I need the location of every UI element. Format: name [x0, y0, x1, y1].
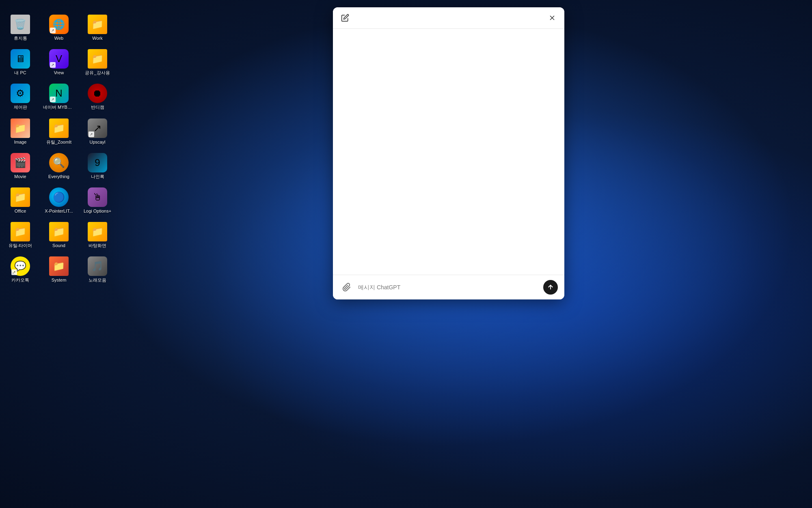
- desktop-icon-barang[interactable]: 📁바탕화면: [81, 220, 114, 251]
- desktop-icon-sound[interactable]: 📁Sound: [43, 220, 75, 251]
- icon-label-vrew: Vrew: [54, 70, 64, 75]
- attach-button[interactable]: [339, 280, 354, 295]
- icon-label-system: System: [52, 278, 67, 283]
- desktop-icon-web[interactable]: 🌐↗Web: [43, 12, 75, 43]
- desktop-icon-timer[interactable]: 📁유틸-타이머: [4, 220, 37, 251]
- icon-label-movie: Movie: [14, 174, 26, 179]
- desktop-icon-control[interactable]: ⚙제어판: [4, 81, 37, 112]
- icon-label-upscayl: Upscayl: [89, 140, 105, 145]
- desktop-icon-system[interactable]: 📁System: [43, 254, 75, 285]
- desktop-icon-kakao[interactable]: 💬↗카카오톡: [4, 254, 37, 285]
- window-title-left: [339, 11, 352, 24]
- desktop-icon-zoomit[interactable]: 📁유틸_ZoomIt: [43, 116, 75, 147]
- icon-label-barang: 바탕화면: [89, 243, 106, 248]
- icon-label-web: Web: [54, 36, 63, 41]
- icon-label-mypc: 내 PC: [14, 70, 26, 75]
- icon-label-nainrok: 나인록: [91, 174, 104, 179]
- icon-label-naver: 네이버 MYBOX ...: [43, 105, 75, 110]
- desktop-icon-recycle[interactable]: 🗑️휴지통: [4, 12, 37, 43]
- desktop-icon-share[interactable]: 📁공유_강사용: [81, 47, 114, 78]
- icon-label-recycle: 휴지통: [14, 36, 27, 41]
- icon-label-image: Image: [14, 140, 27, 145]
- desktop-icon-everything[interactable]: 🔍Everything: [43, 151, 75, 182]
- icon-label-office: Office: [15, 209, 26, 214]
- desktop-icon-logi[interactable]: 🖱Logi Options+: [81, 185, 114, 216]
- icon-label-sound: Sound: [52, 243, 65, 248]
- shortcut-arrow-kakao: ↗: [11, 269, 17, 275]
- desktop-icon-xpointer[interactable]: 🔵X-PointerLIT...: [43, 185, 75, 216]
- desktop-icon-upscayl[interactable]: ↗↗Upscayl: [81, 116, 114, 147]
- desktop-icons-container: 🗑️휴지통🌐↗Web📁Work🖥내 PCV↗Vrew📁공유_강사용⚙제어판N↗네…: [0, 8, 118, 290]
- icon-label-xpointer: X-PointerLIT...: [45, 209, 73, 214]
- desktop-icon-mypc[interactable]: 🖥내 PC: [4, 47, 37, 78]
- icon-label-zoomit: 유틸_ZoomIt: [46, 140, 71, 145]
- desktop-icon-naver[interactable]: N↗네이버 MYBOX ...: [43, 81, 75, 112]
- desktop-icon-bandicam[interactable]: ⏺반디캠: [81, 81, 114, 112]
- shortcut-arrow-vrew: ↗: [50, 62, 56, 68]
- chat-input-area: [333, 275, 564, 299]
- window-close-button[interactable]: [546, 11, 559, 24]
- icon-label-work: Work: [92, 36, 102, 41]
- chat-input-field[interactable]: [358, 284, 539, 291]
- shortcut-arrow-upscayl: ↗: [89, 131, 94, 137]
- icon-label-bandicam: 반디캠: [91, 105, 104, 110]
- icon-label-control: 제어판: [14, 105, 27, 110]
- shortcut-arrow-web: ↗: [50, 28, 56, 33]
- desktop-icon-vrew[interactable]: V↗Vrew: [43, 47, 75, 78]
- window-titlebar: [333, 7, 564, 29]
- icon-label-timer: 유틸-타이머: [9, 243, 32, 248]
- send-button[interactable]: [543, 280, 558, 295]
- desktop-icon-nainrok[interactable]: 9나인록: [81, 151, 114, 182]
- new-chat-button[interactable]: [339, 11, 352, 24]
- desktop-icon-image[interactable]: 📁Image: [4, 116, 37, 147]
- icon-label-norae: 노래모음: [89, 278, 106, 283]
- chat-content-area: [333, 29, 564, 275]
- desktop: 🗑️휴지통🌐↗Web📁Work🖥내 PCV↗Vrew📁공유_강사용⚙제어판N↗네…: [0, 0, 812, 508]
- desktop-icon-work[interactable]: 📁Work: [81, 12, 114, 43]
- desktop-icon-norae[interactable]: 🎵노래모음: [81, 254, 114, 285]
- icon-label-kakao: 카카오톡: [11, 278, 29, 283]
- icon-label-everything: Everything: [48, 174, 69, 179]
- icon-label-share: 공유_강사용: [85, 70, 110, 75]
- desktop-icon-movie[interactable]: 🎬Movie: [4, 151, 37, 182]
- chatgpt-window: [333, 7, 564, 299]
- desktop-icon-office[interactable]: 📁Office: [4, 185, 37, 216]
- icon-label-logi: Logi Options+: [84, 209, 111, 214]
- shortcut-arrow-naver: ↗: [50, 97, 56, 102]
